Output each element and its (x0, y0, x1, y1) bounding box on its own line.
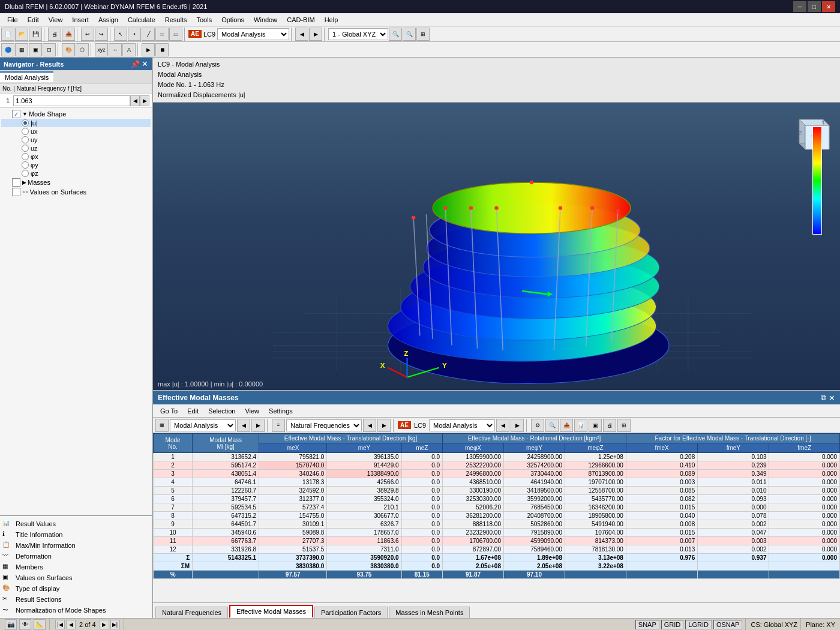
nav-deformation[interactable]: 〰 Deformation (2, 551, 149, 562)
tab-participation[interactable]: Participation Factors (314, 607, 388, 618)
tree-mode-uy[interactable]: uy (1, 136, 151, 144)
btb-expand[interactable]: ⊞ (617, 419, 631, 432)
tb2-1[interactable]: 🔵 (1, 43, 14, 56)
view3d-canvas[interactable]: -X Y Z (153, 103, 840, 390)
status-camera[interactable]: 📷 (5, 619, 17, 630)
menu-file[interactable]: File (2, 15, 23, 25)
close-button[interactable]: ✕ (822, 1, 835, 12)
radio-phiy[interactable] (22, 161, 29, 169)
nav-result-values[interactable]: 📊 Result Values (2, 518, 149, 529)
nav-result-sections[interactable]: ✂ Result Sections (2, 594, 149, 605)
btb-export[interactable]: 📤 (560, 419, 573, 432)
nav-maxmin-info[interactable]: 📋 Max/Min Information (2, 540, 149, 551)
btb-analysis-dropdown[interactable]: Modal Analysis (170, 419, 236, 431)
btb-filter[interactable]: 🔍 (545, 419, 559, 432)
tab-masses-mesh[interactable]: Masses in Mesh Points (389, 607, 470, 618)
nav-values-surfaces[interactable]: ▣ Values on Surfaces (2, 572, 149, 583)
tree-masses[interactable]: ▶ Masses (1, 178, 151, 187)
pager-last[interactable]: ▶| (110, 620, 120, 629)
freq-next[interactable]: ▶ (140, 95, 149, 106)
tb-print[interactable]: 🖨 (48, 28, 61, 41)
bottom-menu-edit[interactable]: Edit (182, 406, 203, 416)
tab-effective-modal[interactable]: Effective Modal Masses (229, 605, 313, 618)
btb-settings[interactable]: ⚙ (531, 419, 544, 432)
radio-phix[interactable] (22, 153, 29, 160)
tb-fit[interactable]: ⊞ (416, 28, 430, 41)
tb2-3[interactable]: ▣ (29, 43, 42, 56)
tb-zoom-in[interactable]: 🔍 (389, 28, 402, 41)
tb2-stop[interactable]: ⏹ (155, 43, 169, 56)
tree-mode-u-abs[interactable]: |u| (1, 119, 151, 127)
tb-view-prev[interactable]: ◀ (295, 28, 308, 41)
status-lgrid[interactable]: LGRID (685, 620, 712, 629)
pager-next[interactable]: ▶ (100, 620, 109, 629)
radio-phiz[interactable] (22, 170, 29, 177)
masses-checkbox[interactable] (12, 178, 20, 187)
tree-mode-uz[interactable]: uz (1, 144, 151, 152)
btb-next[interactable]: ▶ (251, 419, 265, 432)
maximize-button[interactable]: □ (808, 1, 821, 12)
btb-res-next[interactable]: ▶ (377, 419, 391, 432)
status-osnap[interactable]: OSNAP (713, 620, 743, 629)
view3d[interactable]: LC9 - Modal Analysis Modal Analysis Mode… (153, 58, 840, 390)
tb-save[interactable]: 💾 (29, 28, 42, 41)
tb2-axis[interactable]: xyz (95, 43, 108, 56)
menu-edit[interactable]: Edit (23, 15, 44, 25)
freq-prev[interactable]: ◀ (130, 95, 140, 106)
nav-tab-modal-analysis[interactable]: Modal Analysis (0, 71, 53, 82)
btb-prev[interactable]: ◀ (237, 419, 250, 432)
menu-tools[interactable]: Tools (191, 15, 217, 25)
menu-window[interactable]: Window (249, 15, 282, 25)
bottom-detach[interactable]: ⧉ (821, 393, 826, 403)
btb-icon[interactable]: ▦ (155, 419, 169, 432)
radio-ux[interactable] (22, 128, 29, 135)
btb-icon2[interactable]: ≡ (272, 419, 285, 432)
minimize-button[interactable]: ─ (793, 1, 806, 12)
tree-values-surfaces[interactable]: ×× Values on Surfaces (1, 187, 151, 197)
tree-mode-ux[interactable]: ux (1, 127, 151, 136)
menu-assign[interactable]: Assign (94, 15, 123, 25)
tb-select[interactable]: ↖ (114, 28, 127, 41)
tab-natural-freq[interactable]: Natural Frequencies (155, 607, 228, 618)
tb2-wire[interactable]: ⬡ (76, 43, 89, 56)
btb-print[interactable]: 🖨 (603, 419, 616, 432)
tb-new[interactable]: 📄 (1, 28, 14, 41)
tb-export[interactable]: 📤 (62, 28, 75, 41)
tb-line[interactable]: ╱ (142, 28, 155, 41)
tree-mode-phiy[interactable]: φy (1, 161, 151, 169)
status-grid[interactable]: GRID (661, 620, 684, 629)
tb-redo[interactable]: ↪ (95, 28, 108, 41)
nav-normalization[interactable]: 〜 Normalization of Mode Shapes (2, 605, 149, 616)
tb-open[interactable]: 📂 (15, 28, 28, 41)
bottom-menu-goto[interactable]: Go To (155, 406, 182, 416)
pager-first[interactable]: |◀ (55, 620, 65, 629)
tb2-render[interactable]: 🎨 (62, 43, 75, 56)
view-dropdown[interactable]: 1 - Global XYZ (328, 28, 388, 40)
menu-options[interactable]: Options (217, 15, 249, 25)
tb2-4[interactable]: ⊡ (43, 43, 56, 56)
menu-results[interactable]: Results (160, 15, 192, 25)
tb-view-next[interactable]: ▶ (309, 28, 322, 41)
status-snap[interactable]: SNAP (635, 620, 659, 629)
btb-lc-next[interactable]: ▶ (511, 419, 524, 432)
nav-pin[interactable]: 📌 (131, 59, 140, 68)
btb-result-dropdown[interactable]: Natural Frequencies (286, 419, 362, 431)
btb-res-prev[interactable]: ◀ (363, 419, 376, 432)
radio-u-abs[interactable] (22, 119, 29, 127)
radio-uy[interactable] (22, 136, 29, 143)
tb2-2[interactable]: ▦ (15, 43, 28, 56)
tree-mode-shape-parent[interactable]: ✓ ▼ Mode Shape (1, 109, 151, 119)
pager-prev[interactable]: ◀ (66, 620, 76, 629)
tree-mode-phix[interactable]: φx (1, 152, 151, 161)
menu-view[interactable]: View (44, 15, 68, 25)
values-checkbox[interactable] (12, 188, 20, 196)
menu-help[interactable]: Help (320, 15, 343, 25)
menu-insert[interactable]: Insert (67, 15, 94, 25)
btb-layout[interactable]: ▣ (589, 419, 602, 432)
status-eye[interactable]: 👁 (19, 619, 31, 630)
lc-dropdown[interactable]: Modal Analysis (217, 28, 289, 40)
nav-type-display[interactable]: 🎨 Type of display (2, 583, 149, 594)
nav-title-info[interactable]: ℹ Title Information (2, 529, 149, 540)
freq-value-input[interactable] (13, 95, 130, 106)
tb2-dim[interactable]: ↔ (109, 43, 122, 56)
